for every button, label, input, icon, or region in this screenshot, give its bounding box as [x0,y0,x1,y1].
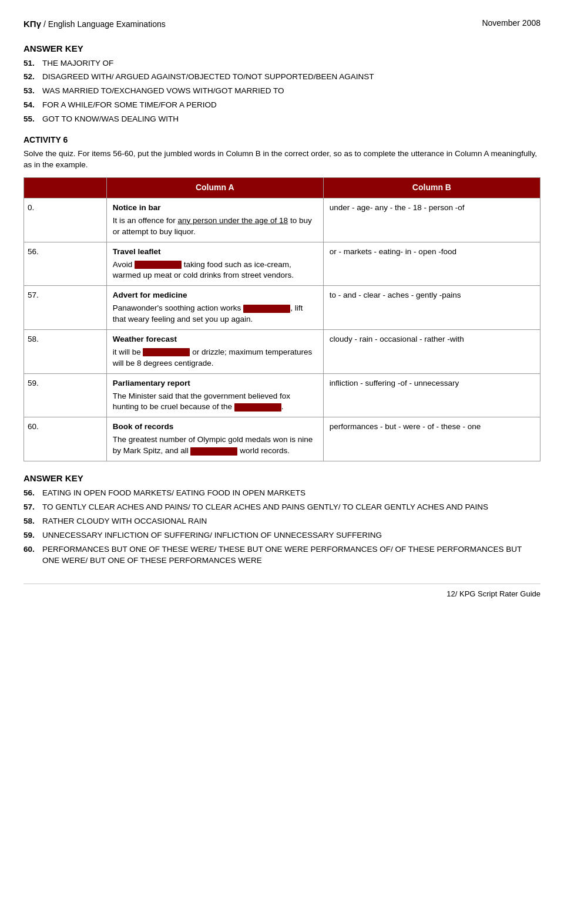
instructions-1: Solve the quiz. [24,149,76,158]
footer-text: 12/ KPG Script Rater Guide [446,589,540,598]
redacted-60 [190,447,237,456]
row-0-col-b: under - age- any - the - 18 - person -of [323,198,540,242]
answer-key-1-title: ANSWER KEY [24,42,540,55]
answer-item-56: 56. EATING IN OPEN FOOD MARKETS/ EATING … [24,488,540,499]
answer-num-56: 56. [24,488,42,499]
answer-text-55: GOT TO KNOW/WAS DEALING WITH [42,114,179,125]
answer-item-58: 58. RATHER CLOUDY WITH OCCASIONAL RAIN [24,516,540,527]
row-0-title: Notice in bar [113,203,317,214]
header-date: November 2008 [482,18,540,29]
row-58-title: Weather forecast [113,334,317,345]
answer-item-51: 51. THE MAJORITY OF [24,58,540,69]
table-row-0: 0. Notice in bar It is an offence for an… [24,198,540,242]
col-header-b: Column B [323,178,540,198]
row-57-col-a: Advert for medicine Panawonder's soothin… [106,286,323,330]
answer-num-54: 54. [24,100,42,111]
row-58-col-a: Weather forecast it will be or drizzle; … [106,330,323,374]
answer-num-53: 53. [24,86,42,97]
row-57-col-b: to - and - clear - aches - gently -pains [323,286,540,330]
redacted-58 [143,348,190,356]
answer-num-58: 58. [24,516,42,527]
answer-text-54: FOR A WHILE/FOR SOME TIME/FOR A PERIOD [42,100,217,111]
row-57-title: Advert for medicine [113,290,317,301]
redacted-57 [243,305,290,313]
row-num-60: 60. [24,417,107,461]
answer-item-59: 59. UNNECESSARY INFLICTION OF SUFFERING/… [24,530,540,541]
row-59-col-b: infliction - suffering -of - unnecessary [323,373,540,417]
row-0-text: It is an offence for any person under th… [113,216,312,236]
answer-item-55: 55. GOT TO KNOW/WAS DEALING WITH [24,114,540,125]
row-56-title: Travel leaflet [113,247,317,258]
answer-item-52: 52. DISAGREED WITH/ ARGUED AGAINST/OBJEC… [24,72,540,83]
row-num-58: 58. [24,330,107,374]
logo: ΚΠγ [24,19,41,29]
table-row-59: 59. Parliamentary report The Minister sa… [24,373,540,417]
answer-key-2-title: ANSWER KEY [24,472,540,484]
answer-item-57: 57. TO GENTLY CLEAR ACHES AND PAINS/ TO … [24,502,540,513]
answer-item-54: 54. FOR A WHILE/FOR SOME TIME/FOR A PERI… [24,100,540,111]
row-num-59: 59. [24,373,107,417]
row-56-col-a: Travel leaflet Avoid taking food such as… [106,242,323,286]
row-57-text: Panawonder's soothing action works , lif… [113,303,303,323]
answer-num-55: 55. [24,114,42,125]
redacted-56 [135,261,182,269]
col-header-0 [24,178,107,198]
row-num-57: 57. [24,286,107,330]
answer-text-53: WAS MARRIED TO/EXCHANGED VOWS WITH/GOT M… [42,86,284,97]
header-subtitle: / English Language Examinations [43,19,166,29]
activity-section: ACTIVITY 6 Solve the quiz. For items 56-… [24,134,540,170]
table-row-56: 56. Travel leaflet Avoid taking food suc… [24,242,540,286]
answer-text-58: RATHER CLOUDY WITH OCCASIONAL RAIN [42,516,207,527]
answer-num-59: 59. [24,530,42,541]
row-59-text: The Minister said that the government be… [113,392,290,412]
answer-num-52: 52. [24,72,42,83]
col-header-a: Column A [106,178,323,198]
row-56-col-b: or - markets - eating- in - open -food [323,242,540,286]
activity-table: Column A Column B 0. Notice in bar It is… [24,177,540,461]
answer-key-1: ANSWER KEY 51. THE MAJORITY OF 52. DISAG… [24,42,540,125]
table-row-60: 60. Book of records The greatest number … [24,417,540,461]
row-60-text: The greatest number of Olympic gold meda… [113,435,313,455]
page-header: ΚΠγ / English Language Examinations Nove… [24,18,540,31]
answer-text-59: UNNECESSARY INFLICTION OF SUFFERING/ INF… [42,530,382,541]
answer-text-56: EATING IN OPEN FOOD MARKETS/ EATING FOOD… [42,488,306,499]
activity-title: ACTIVITY 6 [24,134,540,146]
row-58-text: it will be or drizzle; maximum temperatu… [113,348,313,367]
answer-key-2: ANSWER KEY 56. EATING IN OPEN FOOD MARKE… [24,472,540,566]
header-left: ΚΠγ / English Language Examinations [24,18,166,31]
table-row-58: 58. Weather forecast it will be or drizz… [24,330,540,374]
answer-text-57: TO GENTLY CLEAR ACHES AND PAINS/ TO CLEA… [42,502,488,513]
table-row-57: 57. Advert for medicine Panawonder's soo… [24,286,540,330]
row-60-title: Book of records [113,421,317,433]
row-59-title: Parliamentary report [113,378,317,389]
answer-item-53: 53. WAS MARRIED TO/EXCHANGED VOWS WITH/G… [24,86,540,97]
row-58-col-b: cloudy - rain - occasional - rather -wit… [323,330,540,374]
page-footer: 12/ KPG Script Rater Guide [24,584,540,599]
row-59-col-a: Parliamentary report The Minister said t… [106,373,323,417]
answer-num-51: 51. [24,58,42,69]
redacted-59 [234,403,281,412]
row-num-0: 0. [24,198,107,242]
row-56-text: Avoid taking food such as ice-cream, war… [113,260,294,280]
answer-text-60: PERFORMANCES BUT ONE OF THESE WERE/ THES… [42,544,540,566]
row-0-col-a: Notice in bar It is an offence for any p… [106,198,323,242]
row-num-56: 56. [24,242,107,286]
activity-instructions: Solve the quiz. For items 56-60, put the… [24,149,540,171]
row-60-col-a: Book of records The greatest number of O… [106,417,323,461]
answer-num-57: 57. [24,502,42,513]
row-60-col-b: performances - but - were - of - these -… [323,417,540,461]
answer-text-51: THE MAJORITY OF [42,58,113,69]
instructions-2: For items 56-60, put the jumbled words i… [24,149,537,169]
answer-text-52: DISAGREED WITH/ ARGUED AGAINST/OBJECTED … [42,72,374,83]
answer-num-60: 60. [24,544,42,566]
answer-item-60: 60. PERFORMANCES BUT ONE OF THESE WERE/ … [24,544,540,566]
